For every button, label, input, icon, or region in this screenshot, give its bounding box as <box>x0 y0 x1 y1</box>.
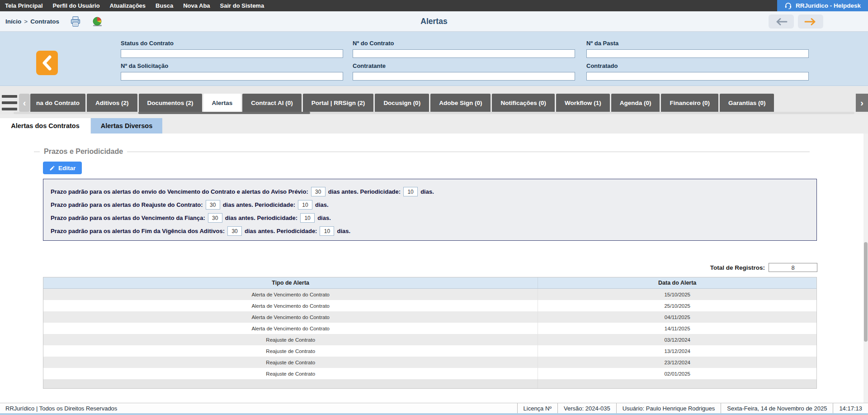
breadcrumb: Início > Contratos <box>5 11 59 31</box>
menu-nova-aba[interactable]: Nova Aba <box>178 2 215 9</box>
clock-label: 14:17:13 <box>833 403 868 413</box>
prazos-section-header: Prazos e Periodicidade <box>34 148 810 156</box>
legend-line-right <box>127 152 810 152</box>
table-row[interactable]: Alerta de Vencimento do Contrato 15/10/2… <box>43 289 816 300</box>
tab-docusign[interactable]: Docusign (0) <box>375 94 429 112</box>
status-contrato-input[interactable] <box>121 49 343 58</box>
prazo-mid-text: dias antes. Periodicidade: <box>245 228 317 234</box>
prazo-text: Prazo padrão para os alertas do Fim da V… <box>51 228 225 234</box>
tab-scrollbar-thumb[interactable] <box>138 112 310 114</box>
contratado-input[interactable] <box>586 72 809 81</box>
chart-report-button[interactable] <box>90 15 104 29</box>
tab-contract-ai[interactable]: Contract AI (0) <box>242 94 302 112</box>
num-solicitacao-input[interactable] <box>121 72 343 81</box>
arrow-right-icon <box>804 18 817 26</box>
prazo-dias-input[interactable] <box>311 187 326 196</box>
tab-financeiro[interactable]: Financeiro (0) <box>661 94 718 112</box>
prazo-periodicidade-input[interactable] <box>320 226 334 236</box>
edit-button-label: Editar <box>58 165 75 172</box>
edit-button[interactable]: Editar <box>43 162 82 174</box>
tab-horizontal-scrollbar <box>14 112 854 114</box>
table-row[interactable]: Reajuste de Contrato 13/12/2024 <box>43 345 816 357</box>
breadcrumb-home[interactable]: Início <box>5 18 21 25</box>
tab-alertas[interactable]: Alertas <box>203 94 241 112</box>
tab-workflow[interactable]: Workflow (1) <box>556 94 610 112</box>
next-record-button[interactable] <box>798 14 823 29</box>
column-header-data-do-alerta: Data do Alerta <box>538 277 816 288</box>
prazo-text: Prazo padrão para os alertas do Vencimen… <box>51 215 205 221</box>
content-scrollbar-thumb[interactable] <box>864 242 868 342</box>
print-button[interactable] <box>69 15 82 29</box>
filter-num-contrato: Nº do Contrato <box>353 40 575 58</box>
tab-adobe-sign[interactable]: Adobe Sign (0) <box>430 94 491 112</box>
menu-busca[interactable]: Busca <box>151 2 178 9</box>
table-row[interactable]: Alerta de Vencimento do Contrato 14/11/2… <box>43 323 816 334</box>
date-label: Sexta-Feira, 14 de Novembro de 2025 <box>721 403 833 413</box>
prazo-line-fianca: Prazo padrão para os alertas do Vencimen… <box>51 211 816 224</box>
bottom-accent-strip <box>0 413 868 415</box>
hamburger-menu-icon[interactable] <box>2 95 17 110</box>
prazo-periodicidade-input[interactable] <box>298 200 312 210</box>
menu-tela-principal[interactable]: Tela Principal <box>0 2 48 9</box>
subtab-alertas-diversos[interactable]: Alertas Diversos <box>91 118 162 134</box>
menu-atualizacoes[interactable]: Atualizações <box>105 2 151 9</box>
previous-record-button[interactable] <box>769 14 794 29</box>
tab-portal-rrsign[interactable]: Portal | RRSign (2) <box>303 94 374 112</box>
menu-perfil-usuario[interactable]: Perfil do Usuário <box>48 2 105 9</box>
tab-notificacoes[interactable]: Notificações (0) <box>492 94 555 112</box>
prazo-dias-input[interactable] <box>208 213 222 223</box>
top-menu-bar: Tela Principal Perfil do Usuário Atualiz… <box>0 0 868 11</box>
tab-aditivos[interactable]: Aditivos (2) <box>87 94 137 112</box>
breadcrumb-current: Contratos <box>30 18 59 25</box>
num-contrato-input[interactable] <box>353 49 575 58</box>
prazo-periodicidade-input[interactable] <box>300 213 315 223</box>
prazo-dias-input[interactable] <box>206 200 220 210</box>
chevron-left-icon <box>40 54 54 72</box>
filter-num-solicitacao: Nº da Solicitação <box>121 62 343 81</box>
page-title: Alertas <box>0 11 868 31</box>
prazo-end-text: dias. <box>420 188 434 195</box>
tab-garantias[interactable]: Garantias (0) <box>720 94 774 112</box>
prazo-dias-input[interactable] <box>227 226 242 236</box>
printer-icon <box>70 16 81 28</box>
alert-periods-box: Prazo padrão para os alertas do envio do… <box>43 179 817 241</box>
num-solicitacao-label: Nº da Solicitação <box>121 62 343 69</box>
helpdesk-button[interactable]: RRJurídico - Helpdesk <box>777 0 868 11</box>
tab-documentos[interactable]: Documentos (2) <box>139 94 202 112</box>
cell-tipo-alerta: Alerta de Vencimento do Contrato <box>43 311 538 323</box>
prazo-line-vencimento: Prazo padrão para os alertas do envio do… <box>51 185 816 198</box>
version-label: Versão: 2024-035 <box>557 403 616 413</box>
prazo-end-text: dias. <box>337 228 350 234</box>
table-row[interactable]: Reajuste de Contrato 03/12/2024 <box>43 334 816 345</box>
tab-scroll-right-button[interactable]: › <box>856 94 868 112</box>
table-row[interactable]: Reajuste de Contrato 02/01/2025 <box>43 368 816 379</box>
tab-scroll-left-button[interactable]: ‹ <box>19 94 30 112</box>
table-row[interactable]: Alerta de Vencimento do Contrato 25/10/2… <box>43 300 816 311</box>
prazo-periodicidade-input[interactable] <box>403 187 418 196</box>
back-button[interactable] <box>36 51 58 75</box>
tab-agenda[interactable]: Agenda (0) <box>611 94 660 112</box>
status-contrato-label: Status do Contrato <box>121 40 343 47</box>
prazo-mid-text: dias antes. Periodicidade: <box>223 201 295 208</box>
breadcrumb-separator: > <box>24 18 28 25</box>
cell-tipo-alerta: Reajuste de Contrato <box>43 345 538 357</box>
cell-tipo-alerta: Reajuste de Contrato <box>43 357 538 368</box>
headset-icon <box>784 2 792 10</box>
prazo-mid-text: dias antes. Periodicidade: <box>328 188 401 195</box>
table-row-empty <box>43 379 816 388</box>
tab-ficha-do-contrato[interactable]: na do Contrato <box>30 94 85 112</box>
total-registros-value[interactable] <box>769 263 817 272</box>
subtab-alertas-dos-contratos[interactable]: Alertas dos Contratos <box>0 118 90 134</box>
table-row[interactable]: Reajuste de Contrato 23/12/2024 <box>43 357 816 368</box>
filter-contratante: Contratante <box>353 62 575 81</box>
content-vertical-scrollbar <box>863 134 868 403</box>
contratante-input[interactable] <box>353 72 575 81</box>
prazo-end-text: dias. <box>315 201 329 208</box>
cell-data-alerta: 03/12/2024 <box>538 334 816 345</box>
num-pasta-input[interactable] <box>586 49 809 58</box>
menu-sair-sistema[interactable]: Sair do Sistema <box>215 2 269 9</box>
table-row[interactable]: Alerta de Vencimento do Contrato 04/11/2… <box>43 311 816 323</box>
cell-data-alerta: 02/01/2025 <box>538 368 816 379</box>
cell-data-alerta: 23/12/2024 <box>538 357 816 368</box>
prazos-section-title: Prazos e Periodicidade <box>44 148 123 156</box>
